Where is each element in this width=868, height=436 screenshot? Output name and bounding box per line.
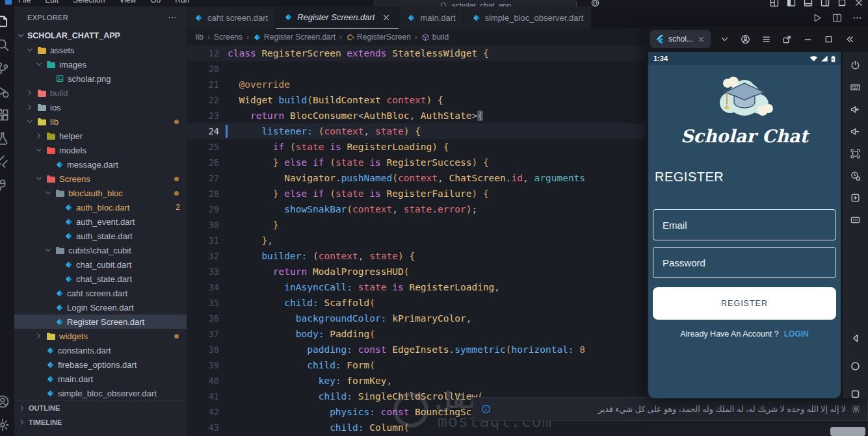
split-editor-icon[interactable] <box>832 12 843 23</box>
section-outline[interactable]: OUTLINE <box>14 400 187 415</box>
volume-down-icon[interactable] <box>850 126 861 137</box>
tab-register-screen-dart[interactable]: Register Screen.dart <box>276 6 399 29</box>
tree-item[interactable]: Register Screen.dart <box>14 314 187 329</box>
tree-item[interactable]: widgets <box>14 329 187 343</box>
run-icon[interactable] <box>811 12 822 23</box>
tree-item[interactable]: auth_state.dart <box>14 229 187 243</box>
collapse-panel-icon[interactable] <box>845 34 854 44</box>
extended-controls-icon[interactable] <box>850 214 861 225</box>
toggle-secondary-sidebar-icon[interactable] <box>820 0 830 6</box>
keyboard-icon[interactable] <box>850 82 861 93</box>
open-in-new-window-icon[interactable] <box>782 34 792 44</box>
tree-item[interactable]: auth_bloc.dart2 <box>14 200 187 214</box>
email-field[interactable]: Email <box>653 209 836 240</box>
tab-caht-screen-dart[interactable]: caht screen.dart <box>187 6 276 29</box>
search-icon[interactable] <box>0 38 10 52</box>
tree-item[interactable]: caht screen.dart <box>14 286 187 300</box>
register-heading: REGISTER <box>655 170 841 185</box>
customize-layout-icon[interactable] <box>769 0 780 6</box>
tab-main-dart[interactable]: main.dart <box>399 6 464 29</box>
command-center[interactable]: scholar_chat_app <box>374 0 577 6</box>
breadcrumb-item[interactable]: RegisterScreen <box>346 32 411 42</box>
register-button[interactable]: REGISTER <box>653 287 836 320</box>
screenshot-icon[interactable] <box>850 148 861 159</box>
menu-view[interactable]: View <box>119 0 136 5</box>
tree-item[interactable]: auth_event.dart <box>14 214 187 229</box>
account-icon[interactable] <box>0 394 10 409</box>
notification-stub <box>830 427 865 436</box>
chevron-down-icon[interactable] <box>720 34 730 44</box>
more-actions-icon[interactable] <box>852 12 863 23</box>
back-icon[interactable] <box>850 333 861 344</box>
toggle-panel-icon[interactable] <box>803 0 813 6</box>
tree-item[interactable]: models <box>14 143 187 157</box>
python-icon[interactable] <box>0 178 10 192</box>
settings-gear-icon[interactable] <box>0 418 10 432</box>
screen-record-icon[interactable] <box>850 170 861 181</box>
menu-file[interactable]: File <box>18 0 31 5</box>
notification-toast[interactable]: لا إله إلا الله وحده لا شريك له، له المل… <box>473 397 868 421</box>
tree-item[interactable]: build <box>14 86 187 100</box>
minimize-icon[interactable] <box>803 34 813 44</box>
account-icon[interactable] <box>741 34 750 44</box>
tree-item[interactable]: simple_bloc_observer.dart <box>14 386 187 400</box>
home-icon[interactable] <box>850 361 861 372</box>
extensions-icon[interactable] <box>0 108 10 122</box>
folder-icon <box>55 246 65 255</box>
breadcrumb-item[interactable]: Screens <box>214 32 243 42</box>
toggle-sidebar-icon[interactable] <box>786 0 796 6</box>
line-number: 25 <box>187 139 219 155</box>
tree-item[interactable]: Login Screen.dart <box>14 300 187 314</box>
tree-root[interactable]: SCHOLAR_CHATT_APP <box>14 29 187 43</box>
close-icon[interactable] <box>854 0 864 6</box>
overview-icon[interactable] <box>850 389 861 400</box>
tree-item[interactable]: images <box>14 57 187 71</box>
tree-item[interactable]: chat_state.dart <box>14 272 187 286</box>
tree-item[interactable]: scholar.png <box>14 71 187 86</box>
maximize-icon[interactable] <box>837 0 847 6</box>
breadcrumb-item[interactable]: Register Screen.dart <box>253 32 335 42</box>
breadcrumb-item[interactable]: build <box>421 32 449 42</box>
tree-item[interactable]: helper <box>14 129 187 143</box>
password-field[interactable]: Password <box>653 247 836 278</box>
tree-item[interactable]: assets <box>14 43 187 57</box>
tree-item[interactable]: bloc\auth_bloc <box>14 186 187 200</box>
close-icon[interactable] <box>382 13 391 22</box>
power-icon[interactable] <box>850 60 861 71</box>
tree-item-label: main.dart <box>58 374 93 384</box>
dart-file-icon <box>194 14 203 22</box>
notification-settings-icon[interactable] <box>851 404 861 414</box>
zoom-window-icon[interactable] <box>850 192 861 203</box>
maximize-icon[interactable] <box>824 34 834 44</box>
menu-run[interactable]: Run <box>175 0 189 5</box>
tree-item[interactable]: chat_cubit.dart <box>14 257 187 272</box>
menu-icon[interactable] <box>761 34 771 44</box>
menu-go[interactable]: Go <box>150 0 161 5</box>
globe-icon[interactable] <box>590 0 600 6</box>
tree-item[interactable]: cubits\chat_cubit <box>14 243 187 257</box>
menu-selection[interactable]: Selection <box>73 0 105 5</box>
tree-item[interactable]: lib <box>14 114 187 129</box>
breadcrumb-item[interactable]: lib <box>196 32 204 42</box>
line-number: 12 <box>187 45 219 61</box>
close-icon[interactable] <box>697 35 705 44</box>
source-control-icon[interactable] <box>0 61 10 75</box>
dart-file-icon <box>55 303 64 312</box>
run-debug-icon[interactable] <box>0 84 10 99</box>
emulator-tab[interactable]: schol... <box>650 30 711 48</box>
tree-item[interactable]: ios <box>14 100 187 114</box>
tree-item[interactable]: constants.dart <box>14 343 187 357</box>
testing-icon[interactable] <box>0 131 10 146</box>
views-and-more-actions-icon[interactable] <box>167 12 178 23</box>
tree-item[interactable]: firebase_options.dart <box>14 357 187 372</box>
volume-up-icon[interactable] <box>850 104 861 115</box>
menu-edit[interactable]: Edit <box>45 0 59 5</box>
tree-item[interactable]: message.dart <box>14 157 187 172</box>
flutter-icon[interactable] <box>0 155 10 169</box>
explorer-icon[interactable] <box>0 14 10 29</box>
section-timeline[interactable]: TIMELINE <box>14 415 187 429</box>
tab-simple-bloc-observer-dart[interactable]: simple_bloc_observer.dart <box>464 6 592 29</box>
login-link[interactable]: LOGIN <box>784 329 809 339</box>
tree-item[interactable]: main.dart <box>14 372 187 386</box>
tree-item[interactable]: Screens <box>14 172 187 186</box>
